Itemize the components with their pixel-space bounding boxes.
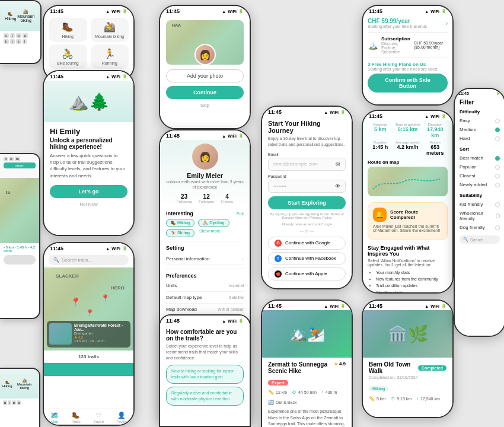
add-photo-button[interactable]: Add your photo xyxy=(166,69,244,82)
key-b[interactable]: b xyxy=(4,157,8,161)
dog-friendly-row[interactable]: Dog friendly xyxy=(460,223,500,232)
not-now-button[interactable]: Not Now xyxy=(50,202,127,207)
profile-nav-icon: 👤 xyxy=(117,412,126,419)
completed-badge: Completed xyxy=(418,365,446,371)
easy-row[interactable]: Easy xyxy=(460,116,500,125)
chevron-right-icon: › xyxy=(242,256,244,262)
key-u-bottom[interactable]: u xyxy=(3,400,7,405)
show-more-button[interactable]: Show more xyxy=(199,229,220,237)
facebook-signin-button[interactable]: f Continue with Facebook xyxy=(268,252,346,265)
email-icon: ✉ xyxy=(336,161,340,167)
personal-info-row[interactable]: Personal information › xyxy=(166,253,244,265)
status-time: 11:45 xyxy=(166,133,180,139)
bern-time: ⏱ 5:15 km xyxy=(390,396,412,401)
nav-profile[interactable]: 👤 Profile xyxy=(117,412,127,423)
key-u[interactable]: u xyxy=(4,33,9,38)
comfort-subtitle: Select your experience level to help us … xyxy=(166,343,244,361)
nav-saved[interactable]: ♡ Saved xyxy=(94,412,104,423)
key-i-bottom[interactable]: i xyxy=(8,400,11,405)
bullet-community: New features from the community xyxy=(376,276,448,282)
greeting-title: Hi Emily xyxy=(50,127,127,136)
comfort-btn1[interactable]: New to hiking or looking for easier trai… xyxy=(166,365,244,384)
key-p[interactable]: p xyxy=(23,33,28,38)
filter-search[interactable]: 🔍 Search... xyxy=(460,235,500,244)
units-value: Imperial xyxy=(229,283,244,288)
kid-friendly-row[interactable]: Kid friendly xyxy=(460,200,500,209)
tag-skiing: ⛷️ Skiing xyxy=(166,229,194,237)
return-key[interactable]: return xyxy=(4,162,36,168)
google-icon: G xyxy=(275,240,282,247)
map-preview: HAA 👩 xyxy=(166,20,244,65)
medium-row[interactable]: Medium xyxy=(460,125,500,134)
map-pin-2[interactable]: 📍 xyxy=(85,309,94,317)
password-input[interactable]: •••••••• 👁 xyxy=(268,180,346,193)
phone-subscription: 11:45 ▲WiFi🔋 CHF 59.99/year Starting aft… xyxy=(362,5,454,106)
map-pin[interactable]: 📍 xyxy=(71,297,81,307)
confirm-button[interactable]: Confirm with Side Button xyxy=(368,74,448,93)
bern-elevation: ↑ 17,940 km xyxy=(416,396,440,401)
partial-biking: 🚵Mountain biking xyxy=(16,9,36,23)
nav-trails[interactable]: 🥾 Trails xyxy=(72,412,80,423)
duration-value: 1:45 h xyxy=(368,144,393,150)
comfort-title: How comfortable are you on the trails? xyxy=(166,329,244,342)
popular-row[interactable]: Popular xyxy=(460,162,500,171)
edit-button[interactable]: Edit xyxy=(237,212,244,216)
google-signin-button[interactable]: G Continue with Google xyxy=(268,237,346,250)
key-l[interactable]: l xyxy=(23,39,27,44)
bern-hero-image: 🏛️🌿 xyxy=(363,310,452,358)
category-biking[interactable]: 🚵 Mountain biking xyxy=(91,18,129,42)
profile-name: Emily Meier xyxy=(187,172,223,179)
category-touring[interactable]: 🚴 Bike touring xyxy=(49,44,87,69)
best-match-row[interactable]: Best match xyxy=(460,154,500,162)
wheelchair-row[interactable]: Wheelchair friendly xyxy=(460,209,500,223)
route-map[interactable] xyxy=(368,167,448,196)
apple-btn-label: Continue with Apple xyxy=(285,271,327,276)
category-hiking[interactable]: 🥾 Hiking xyxy=(49,18,87,42)
map-pin-3[interactable]: 📍 xyxy=(101,294,110,302)
nav-map[interactable]: 🗺️ Map xyxy=(50,412,59,423)
key-k[interactable]: k xyxy=(16,39,21,44)
comfort-btn2[interactable]: Regularly active and comfortable with mo… xyxy=(166,387,244,406)
hard-row[interactable]: Hard xyxy=(460,134,500,143)
popular-dot xyxy=(495,165,500,170)
distance-stat: Distance 5 km xyxy=(368,123,393,138)
key-o-bottom[interactable]: o xyxy=(12,400,16,405)
trail-rating: 4.9 xyxy=(339,361,346,367)
already-account-text[interactable]: Already have an account? Login xyxy=(268,222,346,226)
search-bar[interactable]: 🔍 Search trails... xyxy=(49,255,129,265)
closest-row[interactable]: Closest xyxy=(460,171,500,180)
status-time: 11:45 xyxy=(458,91,469,95)
start-exploring-button[interactable]: Start Exploring xyxy=(268,196,346,209)
email-input[interactable]: email@example.com ✉ xyxy=(268,158,346,171)
ascent-stat: Ascent 653 meters xyxy=(423,141,448,156)
app-icon: 🏔️ xyxy=(368,40,378,50)
map-nav-icon: 🗺️ xyxy=(50,412,59,419)
followers-stat: 12 Followers xyxy=(199,193,214,203)
key-i[interactable]: i xyxy=(10,33,14,38)
trail-preview-card[interactable]: Bremgartenwald Forest · Aar... Bremgarte… xyxy=(47,321,130,348)
or-divider: — or — xyxy=(268,229,346,233)
units-row[interactable]: Units Imperial xyxy=(166,280,244,292)
continue-button[interactable]: Continue xyxy=(166,86,244,99)
nav-bar: 🗺️ Map 🥾 Trails ♡ Saved 👤 Profile xyxy=(44,409,133,425)
skip-button[interactable]: Skip xyxy=(166,103,244,108)
key-o[interactable]: o xyxy=(16,33,21,38)
medium-dot xyxy=(495,128,500,132)
status-time: 11:45 xyxy=(268,109,282,115)
category-running[interactable]: 🏃 Running xyxy=(91,44,129,69)
apple-signin-button[interactable]: 🍎 Continue with Apple xyxy=(268,267,346,281)
key-p-bottom[interactable]: p xyxy=(17,400,21,405)
following-label: Following xyxy=(177,200,192,203)
key-h[interactable]: h xyxy=(4,39,9,44)
key-m[interactable]: m xyxy=(15,157,20,161)
key-j[interactable]: j xyxy=(10,39,14,44)
key-n[interactable]: n xyxy=(9,157,13,161)
password-placeholder: •••••••• xyxy=(273,183,286,189)
lets-go-button[interactable]: Let's go xyxy=(50,185,127,198)
map-view[interactable]: SLACKER HERO 📍 📍 📍 Bremgartenwald Forest… xyxy=(44,267,133,350)
newly-added-row[interactable]: Newly added xyxy=(460,180,500,189)
signup-subtitle: Enjoy a 10-day free trial to discover to… xyxy=(268,136,346,148)
notification-card: 🔔 Score Route Compared! Alex Müller just… xyxy=(368,202,448,240)
map-type-row[interactable]: Default map type Satellite xyxy=(166,292,244,304)
map-bg-label: HAA xyxy=(172,23,181,27)
